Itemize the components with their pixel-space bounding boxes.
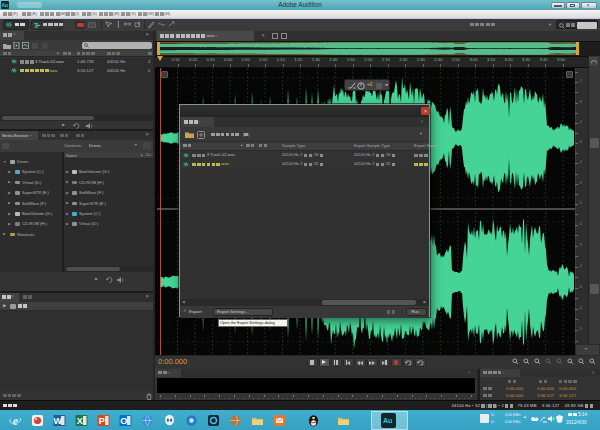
svg-text:X: X	[77, 416, 83, 426]
svg-text:P: P	[99, 416, 105, 426]
svg-text:W: W	[54, 416, 63, 426]
svg-text:O: O	[120, 416, 127, 426]
svg-text:e: e	[13, 414, 19, 427]
